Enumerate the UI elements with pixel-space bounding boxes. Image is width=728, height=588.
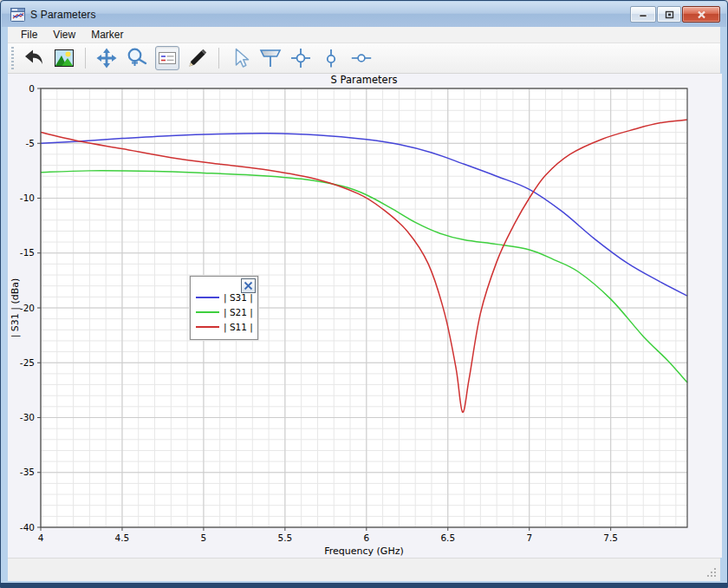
undo-arrow-icon — [23, 47, 45, 69]
marker-hline-icon — [349, 47, 374, 69]
legend-toggle-button[interactable] — [155, 46, 179, 70]
y-tick-label: -20 — [20, 303, 35, 313]
y-tick-label: -5 — [26, 138, 35, 148]
zoom-icon — [126, 47, 148, 69]
minimize-button[interactable] — [630, 6, 656, 23]
legend-line-sample — [196, 297, 219, 298]
legend-close-icon — [244, 281, 253, 291]
minimize-icon — [639, 10, 647, 18]
pan-icon — [95, 47, 118, 69]
chart-figure: 44.555.566.577.50-5-10-15-20-25-30-35-40… — [8, 74, 722, 558]
toolbar-grip[interactable] — [11, 47, 14, 69]
legend-entry: | S21 | — [196, 304, 254, 319]
y-tick-label: -10 — [20, 193, 35, 203]
cursor-arrow-icon — [229, 47, 251, 69]
menu-bar: File View Marker — [8, 27, 720, 43]
cursor-button[interactable] — [228, 46, 252, 70]
window-controls — [630, 6, 720, 23]
zoom-button[interactable] — [125, 46, 149, 70]
legend-entry-label: | S21 | — [224, 307, 253, 317]
legend-line-sample — [196, 326, 219, 328]
menu-file[interactable]: File — [13, 27, 45, 42]
toolbar-separator-2 — [218, 48, 219, 69]
x-tick-label: 5.5 — [278, 532, 293, 543]
x-tick-label: 7 — [526, 532, 532, 543]
marker-crosshair-button[interactable] — [289, 46, 313, 70]
marker-vline-icon — [322, 47, 341, 69]
y-tick-label: -35 — [20, 467, 35, 477]
marker-flag-button[interactable] — [258, 46, 283, 70]
app-icon — [10, 8, 25, 22]
title-bar[interactable]: S Parameters — [2, 2, 726, 27]
undo-button[interactable] — [22, 46, 46, 70]
y-tick-label: -30 — [20, 412, 35, 422]
marker-hline-button[interactable] — [349, 46, 374, 70]
x-tick-label: 4 — [38, 532, 44, 543]
chart-legend[interactable]: | S31 || S21 || S11 | — [190, 276, 258, 340]
y-tick-label: 0 — [29, 83, 35, 94]
marker-flag-icon — [258, 47, 283, 69]
x-tick-label: 7.5 — [603, 532, 618, 543]
chart-title: S Parameters — [331, 74, 398, 86]
x-axis-label: Frequency (GHz) — [324, 546, 403, 557]
y-tick-label: -40 — [20, 522, 35, 532]
application-window: S Parameters File View Marker — [0, 0, 728, 588]
toolbar-separator — [85, 48, 86, 69]
marker-crosshair-icon — [289, 47, 312, 69]
plot-svg[interactable]: 44.555.566.577.50-5-10-15-20-25-30-35-40… — [8, 74, 722, 558]
marker-vline-button[interactable] — [319, 46, 343, 70]
legend-entry: | S11 | — [196, 319, 254, 334]
legend-entry-label: | S31 | — [224, 292, 253, 303]
legend-entries: | S31 || S21 || S11 | — [196, 290, 254, 334]
y-tick-label: -15 — [20, 247, 35, 258]
maximize-button[interactable] — [657, 6, 681, 23]
y-axis-label: | S31 | (dBa) — [10, 278, 21, 338]
close-button[interactable] — [682, 6, 720, 23]
x-tick-label: 6.5 — [440, 532, 455, 543]
maximize-icon — [665, 10, 674, 19]
toolbar — [8, 43, 720, 74]
edit-pencil-icon — [186, 47, 209, 69]
y-tick-label: -25 — [20, 357, 35, 368]
window-bottom-edge — [1, 583, 727, 587]
legend-entry-label: | S11 | — [224, 322, 253, 332]
window-title: S Parameters — [30, 9, 96, 21]
window-frame: S Parameters File View Marker — [0, 0, 728, 588]
save-image-button[interactable] — [52, 46, 76, 70]
legend-close-button[interactable] — [241, 278, 256, 293]
resize-grip[interactable] — [706, 567, 718, 578]
legend-line-sample — [196, 311, 219, 313]
menu-marker[interactable]: Marker — [83, 27, 131, 42]
status-bar — [8, 558, 720, 581]
x-tick-label: 6 — [363, 532, 369, 543]
pan-button[interactable] — [94, 46, 119, 70]
menu-view[interactable]: View — [45, 27, 83, 42]
legend-toggle-icon — [157, 48, 178, 69]
edit-pencil-button[interactable] — [185, 46, 210, 70]
save-image-icon — [53, 47, 75, 69]
close-icon — [697, 10, 706, 19]
x-tick-label: 5 — [201, 532, 207, 543]
x-tick-label: 4.5 — [115, 532, 130, 543]
